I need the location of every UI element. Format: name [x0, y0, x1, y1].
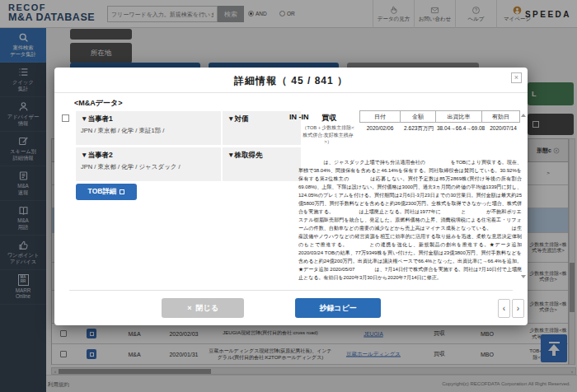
scroll-up-icon[interactable]	[521, 114, 526, 117]
modal-checkbox[interactable]	[62, 114, 69, 122]
col-amount: 金額	[400, 110, 436, 123]
window-icon	[120, 189, 124, 194]
next-record-button[interactable]: ›	[512, 299, 524, 318]
prev-record-button[interactable]: ‹	[498, 299, 510, 318]
copy-abstract-button[interactable]: 抄録コピー	[295, 298, 381, 318]
party2-label[interactable]: ▼当事者2	[81, 151, 216, 161]
deal-region: IN -IN	[289, 113, 309, 121]
deal-detail-table: 日付 金額 出資比率 有効日 2020/02/06 2.623百万円 38.04…	[359, 110, 523, 133]
val-ratio: 38.04→66.4→69.08	[437, 123, 484, 133]
party1-value: JPN / 東京都 / 化学 / 東証1部 /	[81, 127, 216, 135]
section-label: <M&Aデータ>	[74, 98, 122, 109]
deal-detail-values: 2020/02/06 2.623百万円 38.04→66.4→69.08 202…	[359, 123, 523, 133]
deal-type: 買収	[321, 113, 336, 124]
val-effective: 2020/07/14	[484, 123, 523, 133]
party1-box: ▼当事者1 JPN / 東京都 / 化学 / 東証1部 /	[76, 111, 221, 145]
party2-box: ▼当事者2 JPN / 東京都 / 化学 / ジャスダック /	[76, 147, 221, 181]
deal-type-note: （TOB＋少数株主排除<株式併合:友好株主残存>）	[301, 124, 355, 146]
tob-detail-button[interactable]: TOB詳細	[76, 184, 137, 200]
app-window: RECOF M&A DATABASE 検索 AND OR データの見方 お問い合…	[0, 0, 577, 392]
val-amount: 2.623百万円	[401, 123, 437, 133]
consideration-label[interactable]: ▼対価	[228, 114, 296, 124]
modal-footer-divider	[69, 290, 513, 291]
acquiree-box: ▼株取得先	[223, 147, 301, 181]
detail-modal: × 詳細情報（ 45 / 841 ） <M&Aデータ> ▼当事者1 JPN / …	[54, 68, 528, 325]
close-button[interactable]: × 閉じる	[162, 298, 244, 318]
party1-label[interactable]: ▼当事者1	[81, 114, 216, 124]
col-ratio: 出資比率	[435, 110, 482, 123]
val-date: 2020/02/06	[359, 123, 401, 133]
modal-divider	[54, 92, 528, 93]
deal-abstract-text: は、ジャスダック上場で持ち分法適用会社の をTOBにより買収する。現在、単独で3…	[298, 158, 522, 282]
col-effective: 有効日	[481, 110, 520, 123]
modal-title: 詳細情報（ 45 / 841 ）	[54, 74, 528, 88]
deal-detail-header: 日付 金額 出資比率 有効日	[359, 110, 523, 123]
acquiree-label[interactable]: ▼株取得先	[228, 151, 296, 161]
party2-value: JPN / 東京都 / 化学 / ジャスダック /	[81, 163, 216, 171]
col-date: 日付	[359, 110, 401, 123]
close-x-icon: ×	[187, 304, 191, 312]
